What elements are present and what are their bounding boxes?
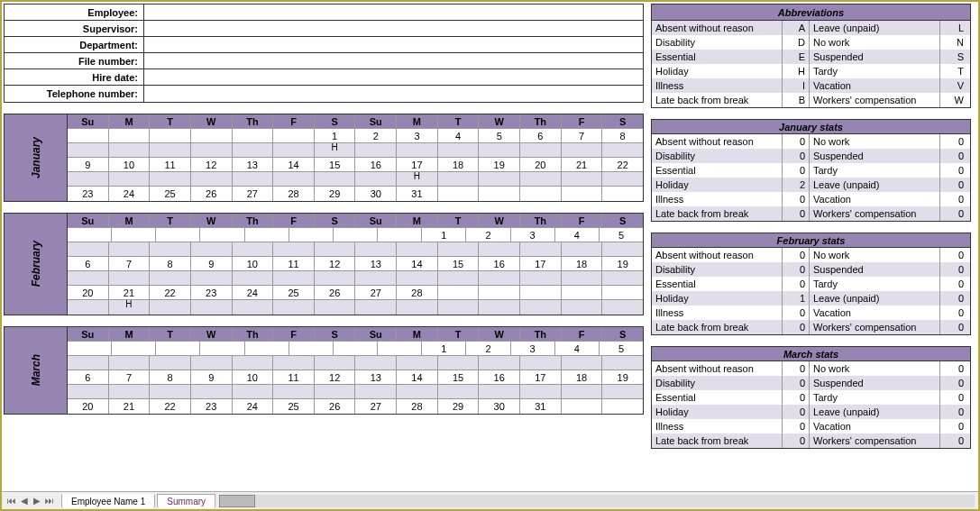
- calendar-cell[interactable]: [191, 356, 233, 370]
- calendar-cell[interactable]: [602, 300, 643, 315]
- calendar-cell[interactable]: 1: [422, 342, 466, 356]
- calendar-cell[interactable]: [150, 129, 191, 143]
- calendar-cell[interactable]: 1: [422, 228, 466, 242]
- calendar-cell[interactable]: [602, 187, 643, 201]
- calendar-cell[interactable]: [479, 271, 520, 286]
- calendar-cell[interactable]: [191, 271, 233, 286]
- calendar-cell[interactable]: [150, 385, 191, 399]
- calendar-cell[interactable]: [200, 342, 244, 356]
- calendar-cell[interactable]: [520, 300, 562, 315]
- calendar-cell[interactable]: 15: [438, 370, 480, 385]
- calendar-cell[interactable]: 7: [109, 370, 151, 385]
- hire-date-value[interactable]: [144, 69, 643, 85]
- calendar-cell[interactable]: 18: [562, 370, 603, 385]
- calendar-cell[interactable]: 3: [511, 342, 555, 356]
- calendar-cell[interactable]: [191, 300, 233, 315]
- calendar-cell[interactable]: 17: [397, 158, 438, 172]
- calendar-cell[interactable]: 22: [150, 286, 191, 300]
- calendar-cell[interactable]: 20: [68, 286, 109, 300]
- tab-nav-last-icon[interactable]: ⏭: [43, 495, 56, 507]
- calendar-cell[interactable]: [355, 172, 397, 187]
- calendar-cell[interactable]: [112, 342, 156, 356]
- calendar-cell[interactable]: 15: [438, 257, 480, 271]
- calendar-cell[interactable]: 4: [555, 342, 600, 356]
- department-value[interactable]: [144, 37, 643, 52]
- employee-value[interactable]: [144, 5, 643, 20]
- calendar-cell[interactable]: [315, 300, 356, 315]
- calendar-cell[interactable]: 21: [109, 286, 151, 300]
- calendar-cell[interactable]: [355, 385, 397, 399]
- calendar-cell[interactable]: [397, 385, 438, 399]
- calendar-cell[interactable]: [378, 228, 422, 242]
- calendar-cell[interactable]: 6: [520, 129, 562, 143]
- calendar-cell[interactable]: [438, 300, 480, 315]
- calendar-cell[interactable]: 28: [397, 399, 438, 414]
- calendar-cell[interactable]: [68, 228, 112, 242]
- supervisor-value[interactable]: [144, 21, 643, 36]
- calendar-cell[interactable]: [150, 271, 191, 286]
- calendar-cell[interactable]: [602, 143, 643, 158]
- calendar-cell[interactable]: [602, 356, 643, 370]
- calendar-cell[interactable]: 27: [355, 399, 397, 414]
- calendar-cell[interactable]: 24: [233, 399, 274, 414]
- calendar-cell[interactable]: 21: [109, 399, 151, 414]
- calendar-cell[interactable]: 9: [191, 370, 233, 385]
- calendar-cell[interactable]: 30: [355, 187, 397, 201]
- calendar-cell[interactable]: 27: [355, 286, 397, 300]
- calendar-cell[interactable]: [562, 356, 603, 370]
- calendar-cell[interactable]: 25: [273, 399, 315, 414]
- calendar-cell[interactable]: [438, 286, 480, 300]
- calendar-cell[interactable]: 7: [109, 257, 151, 271]
- calendar-cell[interactable]: 22: [150, 399, 191, 414]
- calendar-cell[interactable]: [397, 242, 438, 257]
- calendar-cell[interactable]: [334, 228, 378, 242]
- calendar-cell[interactable]: [150, 300, 191, 315]
- calendar-cell[interactable]: [602, 271, 643, 286]
- calendar-cell[interactable]: [273, 385, 315, 399]
- calendar-cell[interactable]: [109, 129, 151, 143]
- calendar-cell[interactable]: 27: [233, 187, 274, 201]
- file-number-value[interactable]: [144, 53, 643, 68]
- calendar-cell[interactable]: 6: [68, 257, 109, 271]
- tab-summary[interactable]: Summary: [157, 494, 215, 508]
- calendar-cell[interactable]: [479, 187, 520, 201]
- calendar-cell[interactable]: [315, 356, 356, 370]
- calendar-cell[interactable]: [378, 342, 422, 356]
- calendar-cell[interactable]: [562, 385, 603, 399]
- calendar-cell[interactable]: 16: [355, 158, 397, 172]
- calendar-cell[interactable]: [273, 242, 315, 257]
- calendar-cell[interactable]: [334, 342, 378, 356]
- calendar-cell[interactable]: 19: [479, 158, 520, 172]
- calendar-cell[interactable]: 3: [397, 129, 438, 143]
- calendar-cell[interactable]: 9: [191, 257, 233, 271]
- calendar-cell[interactable]: [562, 399, 603, 414]
- calendar-cell[interactable]: 11: [273, 370, 315, 385]
- tab-employee-name-1[interactable]: Employee Name 1: [61, 494, 155, 508]
- calendar-cell[interactable]: 20: [520, 158, 562, 172]
- calendar-cell[interactable]: [315, 242, 356, 257]
- calendar-cell[interactable]: 31: [520, 399, 562, 414]
- calendar-cell[interactable]: [233, 300, 274, 315]
- calendar-cell[interactable]: [233, 129, 274, 143]
- calendar-cell[interactable]: [479, 172, 520, 187]
- calendar-cell[interactable]: [520, 242, 562, 257]
- calendar-cell[interactable]: [68, 172, 109, 187]
- horizontal-scrollbar[interactable]: [219, 495, 975, 507]
- calendar-cell[interactable]: [562, 271, 603, 286]
- calendar-cell[interactable]: 10: [233, 370, 274, 385]
- calendar-cell[interactable]: 14: [397, 257, 438, 271]
- calendar-cell[interactable]: [602, 399, 643, 414]
- calendar-cell[interactable]: [397, 300, 438, 315]
- calendar-cell[interactable]: 24: [109, 187, 151, 201]
- calendar-cell[interactable]: 28: [397, 286, 438, 300]
- calendar-cell[interactable]: 2: [355, 129, 397, 143]
- calendar-cell[interactable]: [602, 172, 643, 187]
- calendar-cell[interactable]: [355, 143, 397, 158]
- calendar-cell[interactable]: 18: [562, 257, 603, 271]
- calendar-cell[interactable]: [109, 271, 151, 286]
- calendar-cell[interactable]: [68, 342, 112, 356]
- tab-nav-prev-icon[interactable]: ◀: [18, 495, 31, 507]
- calendar-cell[interactable]: 13: [233, 158, 274, 172]
- calendar-cell[interactable]: [438, 242, 480, 257]
- calendar-cell[interactable]: [156, 228, 200, 242]
